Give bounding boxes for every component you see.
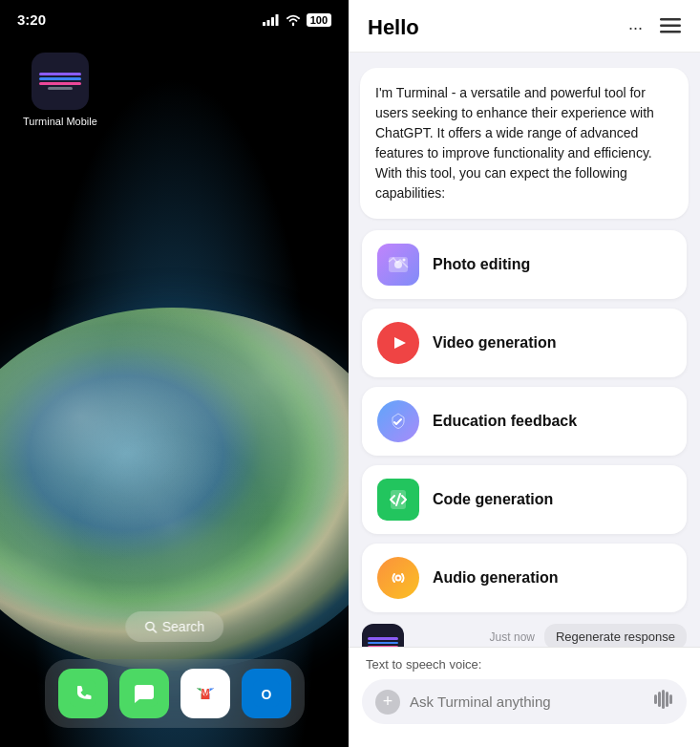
svg-rect-2 (271, 17, 274, 26)
photo-icon (377, 244, 419, 286)
edu-label: Education feedback (433, 413, 577, 430)
signal-icon (263, 14, 280, 26)
search-bar[interactable]: Search (125, 611, 223, 642)
regenerate-button[interactable]: Regenerate response (544, 624, 687, 647)
dock-phone-icon[interactable] (58, 669, 108, 718)
bot-response-area: Just now Regenerate response (360, 624, 689, 647)
audio-label: Audio generation (433, 569, 559, 587)
turminal-app-icon[interactable] (32, 53, 89, 110)
svg-rect-1 (266, 20, 269, 26)
more-options-icon[interactable]: ··· (628, 18, 643, 38)
dock-messages-icon[interactable] (119, 669, 169, 718)
capability-list: Photo editing Video generation Educ (360, 230, 689, 612)
regen-meta: Just now Regenerate response (490, 624, 687, 647)
svg-point-20 (403, 259, 406, 262)
svg-rect-6 (70, 680, 96, 707)
video-label: Video generation (433, 334, 557, 352)
dock: M O (45, 659, 305, 728)
svg-rect-15 (660, 18, 681, 21)
wifi-icon (285, 13, 302, 27)
svg-rect-28 (662, 690, 665, 709)
capability-code[interactable]: Code generation (362, 465, 687, 534)
timestamp: Just now (490, 630, 535, 644)
photo-label: Photo editing (433, 256, 530, 273)
search-icon (144, 621, 157, 633)
battery-indicator: 100 (307, 13, 331, 27)
chat-panel: Hello ··· I'm Turminal - a versatile and… (349, 0, 700, 747)
svg-rect-29 (666, 692, 668, 707)
chat-body: I'm Turminal - a versatile and powerful … (349, 53, 700, 647)
phone-screen: 3:20 100 (0, 0, 349, 747)
chat-input-area: Text to speech voice: + (349, 647, 700, 747)
svg-line-5 (153, 629, 156, 631)
svg-rect-27 (658, 692, 661, 707)
status-bar: 3:20 100 (0, 0, 349, 32)
status-icons: 100 (263, 13, 331, 27)
chat-title: Hello (368, 15, 419, 40)
tts-label: Text to speech voice: (362, 657, 687, 672)
regen-area: Just now Regenerate response (414, 624, 687, 647)
svg-rect-30 (669, 694, 672, 704)
add-attachment-button[interactable]: + (375, 690, 400, 715)
chat-header: Hello ··· (349, 0, 700, 53)
time-display: 3:20 (17, 11, 46, 28)
dock-outlook-icon[interactable]: O (242, 669, 291, 718)
svg-text:O: O (261, 687, 271, 702)
capability-photo[interactable]: Photo editing (362, 230, 687, 299)
menu-icon[interactable] (660, 18, 681, 38)
video-icon (377, 322, 419, 364)
voice-input-icon[interactable] (652, 689, 673, 715)
svg-text:M: M (201, 687, 209, 698)
svg-point-25 (397, 577, 400, 580)
edu-icon (377, 400, 419, 442)
intro-bubble: I'm Turminal - a versatile and powerful … (360, 68, 689, 219)
audio-icon (377, 557, 419, 599)
svg-rect-0 (263, 22, 265, 26)
dock-gmail-icon[interactable]: M (180, 669, 230, 718)
code-icon (377, 479, 419, 521)
input-row: + (362, 679, 687, 724)
svg-rect-26 (654, 694, 657, 704)
header-icons: ··· (628, 18, 681, 38)
intro-text: I'm Turminal - a versatile and powerful … (375, 85, 654, 201)
search-label: Search (162, 619, 204, 634)
capability-video[interactable]: Video generation (362, 309, 687, 377)
app-icon-container: Turminal Mobile (23, 53, 97, 127)
svg-marker-21 (394, 337, 406, 349)
svg-rect-16 (660, 24, 681, 27)
capability-edu[interactable]: Education feedback (362, 387, 687, 456)
svg-rect-3 (275, 14, 278, 26)
app-label: Turminal Mobile (23, 116, 97, 127)
chat-input[interactable] (410, 694, 643, 710)
capability-audio[interactable]: Audio generation (362, 544, 687, 612)
code-label: Code generation (433, 491, 553, 508)
svg-rect-17 (660, 31, 681, 33)
bot-avatar (362, 624, 404, 647)
